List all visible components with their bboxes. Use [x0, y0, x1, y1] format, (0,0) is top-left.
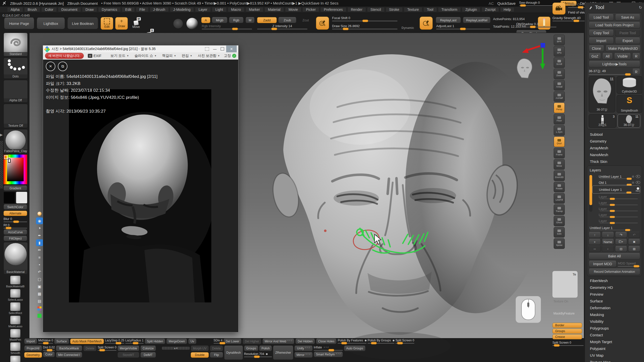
section-thick-skin[interactable]: Thick Skin	[587, 158, 642, 165]
section-geometry[interactable]: Geometry	[587, 138, 642, 145]
pen-icon[interactable]: ✒	[36, 232, 43, 239]
bottom-button-delmt[interactable]: DelMT	[140, 352, 156, 358]
goz-r-button[interactable]: R	[632, 53, 640, 60]
menu-zscript[interactable]: Zscript	[481, 7, 499, 12]
photo-close-button[interactable]: ✕	[226, 46, 237, 52]
import-mdd-button[interactable]: Import MDD	[589, 261, 617, 267]
eye-icon[interactable]: ◉	[36, 217, 43, 224]
alt-color-swatch[interactable]	[16, 192, 27, 203]
bottom-button-mirror-and-weld[interactable]: Mirror And WeldX Y Z	[262, 339, 295, 344]
rightshelf-persp[interactable]: Persp	[554, 103, 565, 113]
bottom-button-auto-groups[interactable]: Auto Groups	[344, 346, 365, 351]
photo-fullscreen-button[interactable]	[205, 47, 209, 51]
main-color-swatch[interactable]	[4, 192, 15, 203]
rightshelf-solo[interactable]: Solo	[554, 227, 565, 238]
bottom-slider-midvalue-0[interactable]: MidValue 0	[38, 339, 53, 344]
layer-name-button[interactable]: Name	[602, 239, 614, 245]
mdd-speed-slider[interactable]: MDD Speed	[618, 261, 640, 267]
tool-reset-icon[interactable]: ↻	[639, 5, 642, 10]
layer-row[interactable]: Old 1	[592, 179, 640, 186]
rightshelf-bpr[interactable]: BPR	[554, 35, 565, 45]
bottom-button-close-holes[interactable]: Close Holes	[316, 339, 337, 344]
rightshelf-move[interactable]: Move	[554, 159, 565, 170]
menu-draw[interactable]: Draw	[82, 7, 97, 12]
tool-r-button[interactable]: R	[632, 69, 640, 75]
bottom-button-zremesher[interactable]: ZRemesher	[273, 346, 293, 360]
stroke-icon-button[interactable]: S	[316, 17, 329, 30]
layer-intensity-row[interactable]: Untitled Layer 1	[589, 225, 640, 231]
pin-toggle[interactable]: 고정 ✓	[224, 54, 236, 58]
exif-close-button[interactable]: ✕	[46, 62, 55, 71]
menu-edit[interactable]: Edit	[122, 7, 135, 12]
bottom-scroll-strip[interactable]: ▲▼	[162, 347, 190, 350]
bottom-slider-polish-by-groups[interactable]: Polish By Groups	[368, 339, 394, 344]
shelf-item-smoothvalleys[interactable]: SmoothValleys	[4, 355, 27, 362]
marker-icon[interactable]: ▮	[36, 239, 43, 246]
layer-row[interactable]: Layer	[592, 212, 640, 218]
exif-copy-button[interactable]: ⧉	[58, 62, 67, 71]
replay-last-button[interactable]: ReplayLast	[436, 17, 461, 23]
menu-stroke[interactable]: Stroke	[386, 7, 403, 12]
bottom-slider-sdiv-4[interactable]: SDiv 4	[214, 339, 222, 344]
shelf-item-masklasso[interactable]: MaskLasso	[4, 315, 27, 328]
bottom-button-split-hidden[interactable]: Split Hidden	[145, 339, 166, 344]
pencil-icon[interactable]: ✏	[36, 247, 43, 253]
rgb-intensity-slider[interactable]: Rgb Intensity	[202, 24, 252, 29]
photo-minimize-button[interactable]: —	[211, 46, 219, 52]
section-fibermesh[interactable]: FiberMesh	[587, 277, 642, 284]
photo-content-area[interactable]: ✕⧉ 파일 이름: 54efd410400131a6e24ab6f068af04…	[43, 60, 238, 332]
color-swatches[interactable]	[4, 192, 27, 203]
lightbox-button[interactable]: LightBox	[37, 18, 65, 29]
layer-dot[interactable]	[632, 182, 634, 184]
edit-button[interactable]: Edit	[101, 17, 113, 30]
draw-size-slider[interactable]: Draw Size 26.8692	[332, 24, 397, 29]
texture-on-label[interactable]: Texture On	[553, 300, 568, 303]
layer-undo-button[interactable]: ↶	[628, 232, 640, 238]
goz-visible-button[interactable]: Visible	[614, 53, 631, 60]
section-preview[interactable]: Preview	[587, 291, 642, 298]
bottom-button-smart-resym[interactable]: Smart ReSymX Y Z	[314, 352, 343, 357]
update-notice-button[interactable]: 새 버전이 나왔습니다.	[45, 53, 84, 59]
layer-row[interactable]: Layer	[592, 200, 640, 206]
bottom-button-unify[interactable]: UnifyX Y Z	[294, 346, 313, 351]
zcut-button[interactable]: Zcut	[298, 17, 313, 23]
bottom-button-surface[interactable]: Surface	[54, 339, 69, 344]
tool-name-slider[interactable]: 36-37강. 49	[589, 69, 631, 75]
shelf-item-maskpen[interactable]: MaskPen	[4, 329, 27, 341]
tag-groups[interactable]: Groups	[552, 329, 582, 334]
rightshelf-zoom[interactable]: Zoom	[554, 69, 565, 79]
exif-button[interactable]: ◎ EXIF	[88, 54, 101, 58]
section-texture-map[interactable]: Texture Map	[587, 359, 642, 362]
shelf-item-alpha off[interactable]: Alpha Off	[4, 80, 28, 103]
menu-marker[interactable]: Marker	[246, 7, 264, 12]
layer-all-button[interactable]: ⊞	[628, 246, 640, 252]
shelf-item-texture off[interactable]: Texture Off	[4, 104, 28, 128]
bottom-button-auto-mask-fibermesh[interactable]: Auto Mask FiberMesh	[70, 339, 104, 344]
menu-zplugin[interactable]: Zplugin	[462, 7, 480, 12]
rightshelf-frame[interactable]: Frame	[554, 148, 565, 158]
adjust-last-slider[interactable]: AdjustLast 1	[436, 24, 490, 29]
clipboard-icon[interactable]: ▤	[36, 298, 43, 304]
current-alpha-orb[interactable]	[173, 19, 183, 29]
menu-material[interactable]: Material	[264, 7, 284, 12]
layers-title[interactable]: Layers	[589, 167, 640, 173]
goz-button[interactable]: GoZ	[589, 53, 601, 60]
rightshelf-qxyz[interactable]: Qxyz	[554, 137, 565, 147]
shelf-scrollbar[interactable]	[0, 141, 3, 189]
menu-picker[interactable]: Picker	[302, 7, 319, 12]
layer-eye-icon[interactable]	[636, 175, 640, 178]
rightshelf-l.sym[interactable]: L.Sym	[554, 125, 565, 136]
menu-preferences[interactable]: Preferences	[320, 7, 346, 12]
menu-light[interactable]: Light	[212, 7, 226, 12]
bottom-button-morph-uv[interactable]: Morph UV	[191, 346, 209, 351]
bottom-button-mergevisible[interactable]: MergeVisible	[117, 346, 139, 351]
menu-help[interactable]: Help	[500, 7, 514, 12]
current-material-orb[interactable]	[186, 18, 198, 30]
rightshelf-ghost[interactable]: Ghost	[554, 216, 565, 226]
image-icon[interactable]: ▦	[36, 290, 43, 297]
rightshelf-floor[interactable]: Floor	[554, 114, 565, 124]
shelf-label-gradient[interactable]: Gradient	[4, 186, 27, 191]
section-nanomesh[interactable]: NanoMesh	[587, 151, 642, 158]
focal-shift-slider[interactable]: Focal Shift 0	[332, 16, 397, 21]
mask-by-feature-label[interactable]: MaskByFeature	[553, 312, 575, 315]
